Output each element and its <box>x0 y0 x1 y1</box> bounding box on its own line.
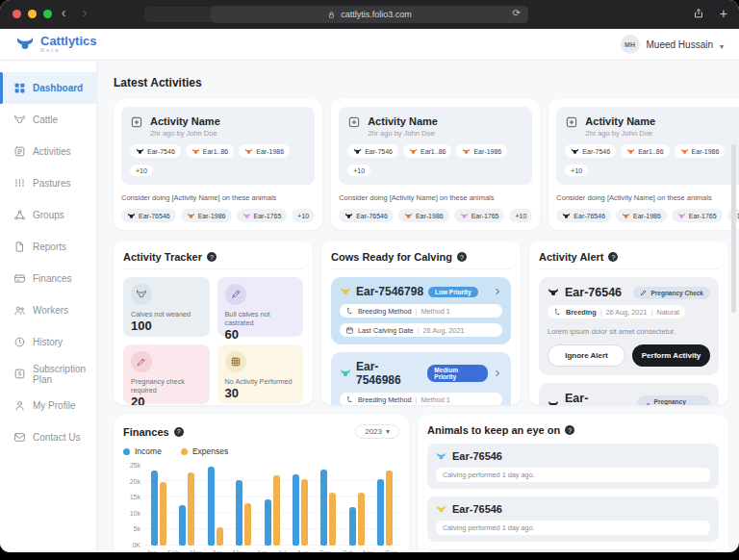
tracker-stat-pregnancy-check-required[interactable]: Pregnancy check required20 <box>123 344 210 404</box>
animal-tag[interactable]: Ear-7546 <box>565 144 616 158</box>
detail-value: Method 1 <box>420 307 449 316</box>
animal-tag[interactable]: Ear-1986 <box>398 209 449 222</box>
sidebar-item-finances[interactable]: Finances <box>0 263 96 294</box>
ear-tag: Ear-76546 <box>565 286 622 299</box>
animal-tag[interactable]: Ear-1765 <box>237 209 288 222</box>
sidebar-item-reports[interactable]: Reports <box>0 231 96 263</box>
animal-tag[interactable]: Ear-7546 <box>130 144 181 158</box>
activity-card: Activity Name2hr ago by John DoeEar-7546… <box>331 99 540 230</box>
income-bar <box>377 479 384 546</box>
cow-icon <box>15 35 35 54</box>
close-window-button[interactable] <box>13 10 21 18</box>
cows-calving-title: Cows Ready for Calving <box>331 251 452 263</box>
animal-tag-label: Ear-1986 <box>473 148 501 155</box>
reload-icon[interactable] <box>513 8 521 18</box>
more-tags-chip[interactable]: +10 <box>565 165 588 176</box>
info-icon[interactable] <box>565 425 574 435</box>
chevron-right-icon <box>493 287 502 296</box>
stat-value: 100 <box>131 318 202 333</box>
stat-label: Calves not weaned <box>131 310 202 318</box>
tracker-stat-calves-not-weaned[interactable]: Calves not weaned100 <box>123 277 210 337</box>
sidebar-item-groups[interactable]: Groups <box>0 199 96 231</box>
perform-activity-button[interactable]: Perform Activity <box>632 344 710 367</box>
info-icon[interactable] <box>457 252 467 262</box>
animal-tag[interactable]: Ear1..86 <box>403 144 451 158</box>
chevron-right-icon[interactable] <box>493 369 502 378</box>
sidebar-item-label: Groups <box>33 210 64 220</box>
animal-tag[interactable]: Ear-1765 <box>454 209 505 222</box>
y-tick-label: 25k <box>123 462 140 469</box>
expenses-bar <box>244 503 251 546</box>
plus-square-icon <box>347 115 361 129</box>
animal-tag[interactable]: Ear-1765 <box>672 209 723 222</box>
ignore-alert-button[interactable]: Ignore Alert <box>548 344 625 367</box>
plus-square-icon <box>130 115 143 129</box>
info-icon[interactable] <box>207 252 217 262</box>
activities-icon <box>13 145 26 158</box>
animal-tag[interactable]: Ear-76546 <box>121 209 176 222</box>
sidebar-item-activities[interactable]: Activities <box>0 136 96 167</box>
share-icon <box>693 8 704 19</box>
user-menu[interactable]: MH Mueed Hussain <box>621 35 725 54</box>
address-bar[interactable]: cattlytis.folio3.com <box>211 6 528 23</box>
animal-tag[interactable]: Ear1..86 <box>186 144 234 158</box>
income-bar <box>236 480 242 546</box>
more-tags-chip[interactable]: +10 <box>347 165 370 176</box>
alert-card: Ear-7654687Pregnancy Check <box>539 383 719 406</box>
animal-tag[interactable]: Ear-1986 <box>675 144 726 158</box>
info-icon[interactable] <box>174 427 184 437</box>
share-icon[interactable] <box>693 8 704 19</box>
sidebar-item-label: My Profile <box>33 400 75 411</box>
calving-card[interactable]: Ear-7546798Low PriorityBreeding MethodMe… <box>331 277 511 344</box>
plus-square-icon <box>130 115 143 129</box>
activity-tracker-title: Activity Tracker <box>123 251 202 263</box>
calving-card[interactable]: Ear-7546986Medium PriorityBreeding Metho… <box>331 352 511 405</box>
animal-tag-label: Ear-1986 <box>256 148 284 155</box>
expenses-bar <box>217 527 223 546</box>
sidebar-item-cattle[interactable]: Cattle <box>0 104 96 136</box>
back-button[interactable] <box>56 5 71 20</box>
year-dropdown[interactable]: 2023 <box>355 424 399 439</box>
y-tick-label: 15k <box>123 494 140 500</box>
animal-tag[interactable]: Ear-1986 <box>181 209 232 222</box>
watch-card[interactable]: Ear-76546Calving performed 1 day ago. <box>427 444 719 489</box>
more-tags-chip[interactable]: +10 <box>292 209 315 222</box>
expenses-bar <box>386 471 393 546</box>
alert-card: Ear-76546Pregnancy CheckBreeding26 Aug, … <box>539 277 719 375</box>
window-controls <box>13 10 52 18</box>
workers-icon <box>13 304 26 317</box>
info-icon[interactable] <box>608 252 618 262</box>
sidebar-item-workers[interactable]: Workers <box>0 294 96 326</box>
animal-tag[interactable]: Ear-76546 <box>339 209 394 222</box>
animal-tag[interactable]: Ear-7546 <box>347 144 398 158</box>
sidebar-item-pastures[interactable]: Pastures <box>0 167 96 199</box>
new-tab-button[interactable] <box>720 6 727 21</box>
tracker-stat-bull-calves-not-castrated[interactable]: Bull calves not castrated60 <box>217 277 304 337</box>
sidebar-item-subscription-plan[interactable]: Subscription Plan <box>0 358 96 390</box>
zoom-window-button[interactable] <box>43 10 52 18</box>
forward-button[interactable] <box>77 5 92 20</box>
tracker-stat-no-activity-performed[interactable]: No Activity Performed30 <box>217 344 304 404</box>
detail-label: Last Calving Date <box>358 326 414 335</box>
sidebar-item-contact-us[interactable]: Contact Us <box>0 421 96 453</box>
sidebar-item-label: Workers <box>33 305 68 316</box>
more-tags-chip[interactable]: +10 <box>130 165 153 176</box>
animal-tag[interactable]: Ear1..86 <box>621 144 669 158</box>
animal-tag[interactable]: Ear-1986 <box>616 209 667 222</box>
scrollbar[interactable] <box>731 144 736 313</box>
sidebar-item-dashboard[interactable]: Dashboard <box>0 72 96 104</box>
animal-tag-label: Ear-1765 <box>254 213 282 219</box>
cow-logo-icon <box>15 35 35 54</box>
sidebar-item-history[interactable]: History <box>0 326 96 358</box>
chevron-right-icon <box>493 369 502 378</box>
animal-tag[interactable]: Ear-1986 <box>456 144 507 158</box>
minimize-window-button[interactable] <box>28 10 37 18</box>
brand-name: Cattlytics <box>40 36 97 47</box>
more-tags-chip[interactable]: +10 <box>509 209 532 222</box>
watch-card[interactable]: Ear-76546Calving performed 1 day ago. <box>427 496 719 542</box>
animal-tag[interactable]: Ear-1986 <box>239 144 290 158</box>
legend-item-income: Income <box>123 446 162 456</box>
chevron-right-icon[interactable] <box>493 287 502 296</box>
animal-tag[interactable]: Ear-76546 <box>556 209 611 222</box>
sidebar-item-my-profile[interactable]: My Profile <box>0 390 96 421</box>
